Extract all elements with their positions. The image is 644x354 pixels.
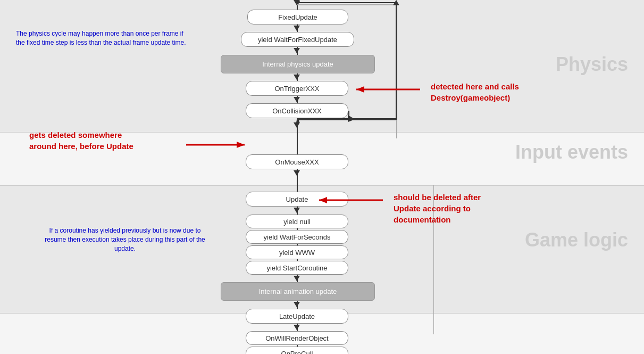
- arrow-loop-up: [393, 0, 399, 5]
- yield-wait-seconds-box: yield WaitForSeconds: [246, 230, 348, 244]
- gamelogic-label: Game logic: [525, 229, 628, 251]
- red-arrow-deleted: [186, 139, 250, 150]
- arrow-right-branch: [348, 115, 353, 121]
- arrow-after-coroutines: [294, 276, 300, 281]
- svg-marker-3: [237, 142, 245, 148]
- svg-marker-1: [356, 86, 364, 93]
- diagram-container: Physics Input events Game logic FixedUpd…: [0, 0, 644, 354]
- on-pre-cull-box: OnPreCull: [246, 347, 348, 354]
- on-collision-box: OnCollisionXXX: [246, 103, 348, 118]
- arrow-after-trigger: [294, 97, 300, 102]
- on-trigger-box: OnTriggerXXX: [246, 81, 348, 96]
- physics-label: Physics: [556, 53, 628, 76]
- on-mouse-box: OnMouseXXX: [246, 154, 348, 169]
- fixed-update-box: FixedUpdate: [247, 10, 348, 24]
- physics-note: The physics cycle may happen more than o…: [16, 29, 207, 47]
- yield-null-box: yield null: [246, 215, 348, 228]
- arrow-to-input: [294, 122, 300, 128]
- detected-here-annotation: detected here and callsDestroy(gameobjec…: [431, 81, 601, 103]
- arrow-after-fixed: [294, 26, 300, 31]
- internal-animation-box: Internal animation update: [221, 282, 375, 301]
- arrow-after-update: [294, 208, 300, 213]
- should-be-deleted-annotation: should be deleted afterUpdate according …: [394, 192, 574, 225]
- arrow-after-mouse: [294, 170, 300, 176]
- coroutine-note: If a coroutine has yielded previously bu…: [29, 226, 221, 253]
- red-arrow-trigger: [351, 84, 425, 95]
- arrow-after-yield-fixed: [294, 48, 300, 53]
- internal-physics-box: Internal physics update: [221, 55, 375, 73]
- red-arrow-update: [314, 195, 388, 205]
- gets-deleted-annotation: gets deleted somewherearound here, befor…: [29, 129, 183, 152]
- arrow-after-late: [294, 325, 300, 330]
- yield-start-coroutine-box: yield StartCoroutine: [246, 261, 348, 275]
- on-will-render-box: OnWillRenderObject: [246, 331, 348, 345]
- yield-www-box: yield WWW: [246, 245, 348, 259]
- separator-input-gamelogic: [0, 185, 644, 186]
- arrow-after-animation: [294, 302, 300, 307]
- input-label: Input events: [515, 141, 628, 163]
- yield-wait-fixed-box: yield WaitForFixedUpdate: [241, 32, 354, 47]
- late-update-box: LateUpdate: [246, 309, 348, 324]
- arrow-after-physics: [294, 75, 300, 80]
- svg-marker-5: [319, 197, 327, 203]
- arrow-top: [294, 0, 300, 5]
